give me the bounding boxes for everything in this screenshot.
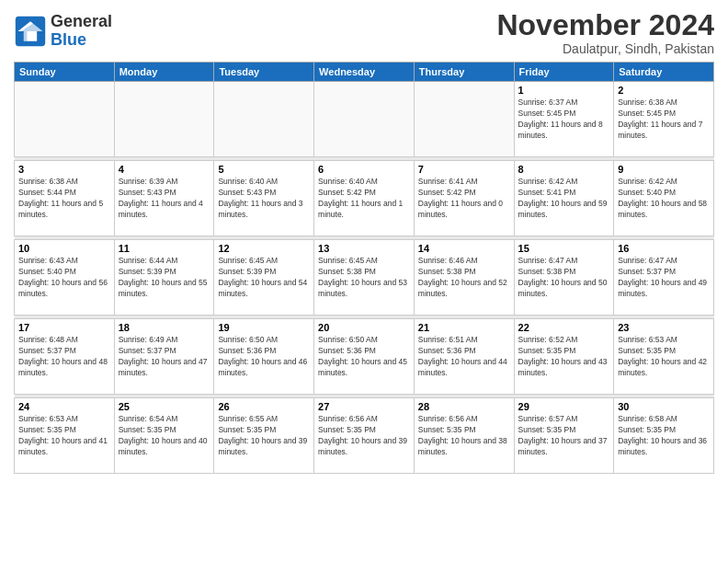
day-info: Sunrise: 6:51 AMSunset: 5:36 PMDaylight:… — [418, 335, 510, 379]
day-info: Sunrise: 6:52 AMSunset: 5:35 PMDaylight:… — [518, 335, 610, 379]
week-row-4: 17Sunrise: 6:48 AMSunset: 5:37 PMDayligh… — [15, 319, 714, 395]
week-row-1: 1Sunrise: 6:37 AMSunset: 5:45 PMDaylight… — [15, 82, 714, 157]
logo-icon — [14, 15, 47, 48]
week-row-3: 10Sunrise: 6:43 AMSunset: 5:40 PMDayligh… — [15, 240, 714, 316]
header-thursday: Thursday — [414, 63, 514, 82]
page: General Blue November 2024 Daulatpur, Si… — [0, 0, 728, 563]
day-info: Sunrise: 6:53 AMSunset: 5:35 PMDaylight:… — [618, 335, 710, 379]
logo-name2: Blue — [51, 31, 112, 50]
day-number: 3 — [18, 164, 110, 175]
header: General Blue November 2024 Daulatpur, Si… — [14, 9, 714, 56]
day-cell-2-3: 5Sunrise: 6:40 AMSunset: 5:43 PMDaylight… — [214, 161, 314, 236]
day-number: 12 — [218, 243, 310, 254]
day-info: Sunrise: 6:46 AMSunset: 5:38 PMDaylight:… — [418, 256, 510, 300]
day-cell-4-3: 19Sunrise: 6:50 AMSunset: 5:36 PMDayligh… — [214, 319, 314, 395]
day-cell-4-6: 22Sunrise: 6:52 AMSunset: 5:35 PMDayligh… — [514, 319, 614, 395]
day-cell-4-1: 17Sunrise: 6:48 AMSunset: 5:37 PMDayligh… — [15, 319, 115, 395]
calendar-table: Sunday Monday Tuesday Wednesday Thursday… — [14, 62, 714, 474]
day-info: Sunrise: 6:43 AMSunset: 5:40 PMDaylight:… — [18, 256, 110, 300]
day-cell-2-1: 3Sunrise: 6:38 AMSunset: 5:44 PMDaylight… — [15, 161, 115, 236]
day-info: Sunrise: 6:45 AMSunset: 5:39 PMDaylight:… — [218, 256, 310, 300]
day-info: Sunrise: 6:40 AMSunset: 5:42 PMDaylight:… — [318, 177, 410, 221]
day-info: Sunrise: 6:49 AMSunset: 5:37 PMDaylight:… — [119, 335, 210, 379]
day-number: 20 — [318, 322, 410, 333]
day-number: 7 — [418, 164, 510, 175]
header-wednesday: Wednesday — [314, 63, 415, 82]
day-number: 16 — [618, 243, 710, 254]
weekday-header-row: Sunday Monday Tuesday Wednesday Thursday… — [15, 63, 714, 82]
day-info: Sunrise: 6:41 AMSunset: 5:42 PMDaylight:… — [418, 177, 510, 221]
day-cell-4-2: 18Sunrise: 6:49 AMSunset: 5:37 PMDayligh… — [114, 319, 214, 395]
day-number: 8 — [518, 164, 610, 175]
day-number: 24 — [18, 401, 110, 412]
day-cell-4-7: 23Sunrise: 6:53 AMSunset: 5:35 PMDayligh… — [614, 319, 714, 395]
day-cell-5-2: 25Sunrise: 6:54 AMSunset: 5:35 PMDayligh… — [114, 398, 214, 474]
week-row-2: 3Sunrise: 6:38 AMSunset: 5:44 PMDaylight… — [15, 161, 714, 236]
week-row-5: 24Sunrise: 6:53 AMSunset: 5:35 PMDayligh… — [15, 398, 714, 474]
day-info: Sunrise: 6:38 AMSunset: 5:44 PMDaylight:… — [18, 177, 110, 221]
day-number: 27 — [318, 401, 410, 412]
logo-text: General Blue — [51, 13, 112, 50]
day-number: 9 — [618, 164, 710, 175]
day-number: 29 — [518, 401, 610, 412]
day-cell-2-7: 9Sunrise: 6:42 AMSunset: 5:40 PMDaylight… — [614, 161, 714, 236]
header-saturday: Saturday — [614, 63, 714, 82]
day-number: 28 — [418, 401, 510, 412]
day-number: 10 — [18, 243, 110, 254]
day-cell-1-5 — [414, 82, 514, 157]
day-cell-1-6: 1Sunrise: 6:37 AMSunset: 5:45 PMDaylight… — [514, 82, 614, 157]
day-cell-3-2: 11Sunrise: 6:44 AMSunset: 5:39 PMDayligh… — [114, 240, 214, 316]
day-number: 4 — [119, 164, 210, 175]
day-info: Sunrise: 6:58 AMSunset: 5:35 PMDaylight:… — [618, 414, 710, 458]
day-cell-2-5: 7Sunrise: 6:41 AMSunset: 5:42 PMDaylight… — [414, 161, 514, 236]
day-number: 15 — [518, 243, 610, 254]
day-info: Sunrise: 6:53 AMSunset: 5:35 PMDaylight:… — [18, 414, 110, 458]
day-info: Sunrise: 6:47 AMSunset: 5:37 PMDaylight:… — [618, 256, 710, 300]
day-info: Sunrise: 6:55 AMSunset: 5:35 PMDaylight:… — [218, 414, 310, 458]
header-sunday: Sunday — [15, 63, 115, 82]
month-title: November 2024 — [496, 9, 714, 41]
day-number: 5 — [218, 164, 310, 175]
day-number: 13 — [318, 243, 410, 254]
day-info: Sunrise: 6:56 AMSunset: 5:35 PMDaylight:… — [318, 414, 410, 458]
day-info: Sunrise: 6:40 AMSunset: 5:43 PMDaylight:… — [218, 177, 310, 221]
day-cell-5-3: 26Sunrise: 6:55 AMSunset: 5:35 PMDayligh… — [214, 398, 314, 474]
header-monday: Monday — [114, 63, 214, 82]
day-info: Sunrise: 6:39 AMSunset: 5:43 PMDaylight:… — [119, 177, 210, 221]
logo-name1: General — [51, 13, 112, 31]
day-info: Sunrise: 6:54 AMSunset: 5:35 PMDaylight:… — [119, 414, 210, 458]
header-friday: Friday — [514, 63, 614, 82]
day-info: Sunrise: 6:56 AMSunset: 5:35 PMDaylight:… — [418, 414, 510, 458]
day-number: 17 — [18, 322, 110, 333]
day-number: 22 — [518, 322, 610, 333]
day-info: Sunrise: 6:45 AMSunset: 5:38 PMDaylight:… — [318, 256, 410, 300]
title-block: November 2024 Daulatpur, Sindh, Pakistan — [496, 9, 714, 56]
day-cell-3-5: 14Sunrise: 6:46 AMSunset: 5:38 PMDayligh… — [414, 240, 514, 316]
day-cell-5-5: 28Sunrise: 6:56 AMSunset: 5:35 PMDayligh… — [414, 398, 514, 474]
day-cell-1-3 — [214, 82, 314, 157]
day-cell-4-4: 20Sunrise: 6:50 AMSunset: 5:36 PMDayligh… — [314, 319, 415, 395]
day-number: 2 — [618, 85, 710, 96]
day-cell-1-1 — [15, 82, 115, 157]
day-info: Sunrise: 6:38 AMSunset: 5:45 PMDaylight:… — [618, 98, 710, 142]
day-cell-3-7: 16Sunrise: 6:47 AMSunset: 5:37 PMDayligh… — [614, 240, 714, 316]
day-number: 26 — [218, 401, 310, 412]
day-cell-5-6: 29Sunrise: 6:57 AMSunset: 5:35 PMDayligh… — [514, 398, 614, 474]
day-cell-1-4 — [314, 82, 415, 157]
day-info: Sunrise: 6:48 AMSunset: 5:37 PMDaylight:… — [18, 335, 110, 379]
day-number: 1 — [518, 85, 610, 96]
day-info: Sunrise: 6:42 AMSunset: 5:41 PMDaylight:… — [518, 177, 610, 221]
day-cell-3-1: 10Sunrise: 6:43 AMSunset: 5:40 PMDayligh… — [15, 240, 115, 316]
day-number: 23 — [618, 322, 710, 333]
day-cell-5-1: 24Sunrise: 6:53 AMSunset: 5:35 PMDayligh… — [15, 398, 115, 474]
header-tuesday: Tuesday — [214, 63, 314, 82]
day-number: 19 — [218, 322, 310, 333]
day-number: 30 — [618, 401, 710, 412]
day-number: 18 — [119, 322, 210, 333]
day-cell-2-2: 4Sunrise: 6:39 AMSunset: 5:43 PMDaylight… — [114, 161, 214, 236]
day-cell-5-4: 27Sunrise: 6:56 AMSunset: 5:35 PMDayligh… — [314, 398, 415, 474]
day-cell-3-4: 13Sunrise: 6:45 AMSunset: 5:38 PMDayligh… — [314, 240, 415, 316]
day-cell-4-5: 21Sunrise: 6:51 AMSunset: 5:36 PMDayligh… — [414, 319, 514, 395]
day-cell-3-6: 15Sunrise: 6:47 AMSunset: 5:38 PMDayligh… — [514, 240, 614, 316]
day-cell-2-6: 8Sunrise: 6:42 AMSunset: 5:41 PMDaylight… — [514, 161, 614, 236]
